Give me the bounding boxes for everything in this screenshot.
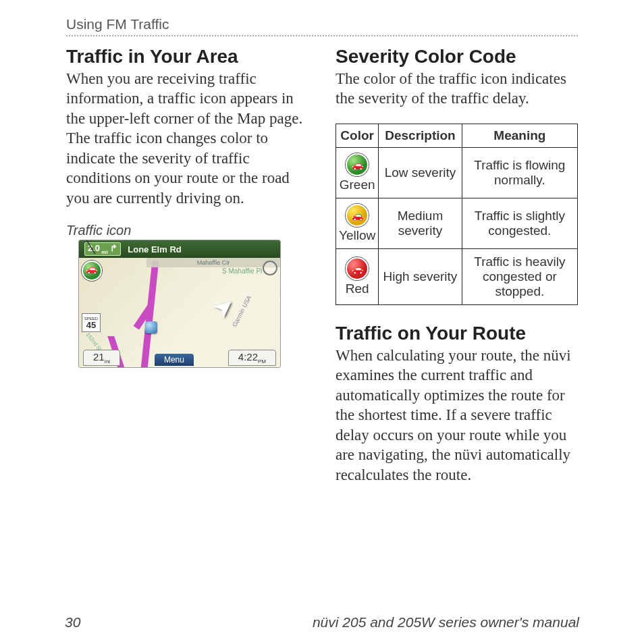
heading-route: Traffic on Your Route: [336, 323, 578, 344]
map-right-info: 4:22PM: [228, 350, 276, 366]
cell-desc: Low severity: [379, 147, 462, 198]
severity-red-icon: [346, 257, 369, 280]
cell-color: Red: [336, 248, 379, 304]
cell-color: Green: [336, 147, 379, 198]
manual-title: nüvi 205 and 205W series owner's manual: [313, 614, 579, 630]
right-column: Severity Color Code The color of the tra…: [336, 46, 578, 485]
color-label: Red: [346, 281, 369, 296]
severity-table: Color Description Meaning Green Low seve…: [336, 124, 578, 305]
cell-desc: High severity: [379, 248, 462, 304]
map-top-bar: 2.0 mi ↱ Lone Elm Rd: [79, 240, 280, 258]
map-sub-road: Mahaffie Cir: [146, 258, 280, 267]
para-traffic-area: When you are receiving traffic informati…: [66, 69, 308, 208]
figure-caption: Traffic icon: [66, 223, 308, 238]
map-road-name: Lone Elm Rd: [128, 244, 181, 254]
page-footer: 30 nüvi 205 and 205W series owner's manu…: [65, 614, 579, 630]
turn-arrow-icon: ↱: [110, 243, 117, 253]
pointer-line-icon: [84, 240, 99, 257]
page-number: 30: [65, 614, 80, 630]
speed-limit-sign: SPEED 45: [82, 313, 101, 332]
cell-mean: Traffic is heavily congested or stopped.: [462, 248, 577, 304]
speed-value: 45: [86, 321, 96, 329]
color-label: Green: [340, 178, 375, 192]
para-route: When calculating your route, the nüvi ex…: [336, 346, 578, 485]
color-label: Yellow: [339, 228, 375, 242]
map-bottom-bar: 21mi Menu 4:22PM: [79, 350, 280, 367]
th-meaning: Meaning: [462, 124, 577, 147]
heading-severity: Severity Color Code: [336, 46, 578, 68]
table-row: Red High severity Traffic is heavily con…: [336, 248, 578, 304]
left-column: Traffic in Your Area When you are receiv…: [66, 46, 308, 485]
map-left-info: 21mi: [83, 350, 120, 366]
traffic-icon: [82, 261, 102, 281]
cell-mean: Traffic is flowing normally.: [462, 147, 577, 198]
severity-green-icon: [346, 153, 369, 176]
th-color: Color: [336, 124, 379, 147]
map-menu-button[interactable]: Menu: [155, 354, 194, 366]
heading-traffic-area: Traffic in Your Area: [66, 46, 308, 68]
cell-mean: Traffic is slightly congested.: [462, 198, 577, 248]
layers-icon: [263, 261, 277, 275]
table-row: Yellow Medium severity Traffic is slight…: [336, 198, 578, 248]
severity-yellow-icon: [346, 204, 369, 227]
content-columns: Traffic in Your Area When you are receiv…: [66, 46, 578, 485]
table-header-row: Color Description Meaning: [336, 124, 578, 147]
breadcrumb: Using FM Traffic: [66, 16, 578, 36]
car-icon: [145, 321, 157, 333]
th-desc: Description: [379, 124, 462, 147]
cell-desc: Medium severity: [379, 198, 462, 248]
table-row: Green Low severity Traffic is flowing no…: [336, 147, 578, 198]
map-cross-road-label: S Mahaffie Pl: [222, 267, 262, 275]
map-screenshot: ➤ S Mahaffie Pl Garmin USA 2.0 mi ↱ Lone…: [78, 240, 281, 368]
para-severity: The color of the traffic icon indicates …: [336, 69, 578, 109]
cell-color: Yellow: [336, 198, 379, 248]
